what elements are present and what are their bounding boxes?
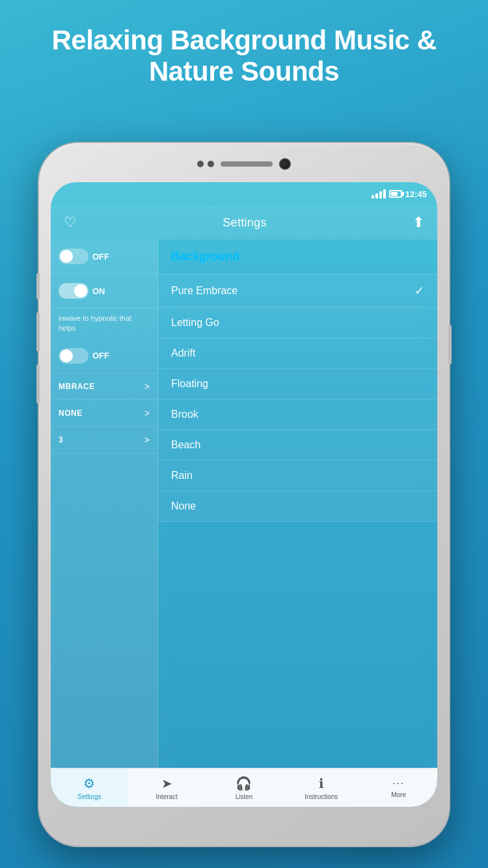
dropdown-item-text-5: Beach — [171, 439, 200, 451]
more-tab-label: More — [391, 791, 406, 798]
volume-up-button — [36, 312, 40, 351]
signal-bar-3 — [379, 191, 382, 198]
dropdown-item-0[interactable]: Pure Embrace ✓ — [158, 275, 437, 308]
signal-bar-1 — [372, 195, 374, 198]
tab-instructions[interactable]: ℹ Instructions — [282, 768, 360, 807]
signal-bar-4 — [383, 189, 386, 198]
speaker-grille — [221, 161, 273, 167]
chevron-icon-3: > — [144, 435, 150, 445]
dropdown-item-text-4: Brook — [171, 409, 198, 420]
dropdown-panel: Background Pure Embrace ✓ Letting Go Adr… — [158, 239, 437, 768]
toggle-thumb-2 — [74, 284, 87, 297]
dropdown-header: Background — [158, 239, 437, 275]
dropdown-item-text-7: None — [171, 500, 196, 512]
dropdown-header-text: Background — [171, 250, 239, 263]
toggle-3[interactable]: OFF — [59, 348, 109, 364]
app-header-text: Relaxing Background Music & Nature Sound… — [0, 0, 488, 101]
listen-tab-label: Listen — [236, 793, 253, 800]
dropdown-item-text-2: Adrift — [171, 347, 195, 359]
app-top-bar: ♡ Settings ⬆ — [51, 206, 437, 239]
toggle-row-2[interactable]: ON — [51, 274, 157, 308]
power-button — [448, 325, 452, 364]
toggle-row-3[interactable]: OFF — [51, 339, 157, 373]
instructions-tab-icon: ℹ — [319, 776, 324, 791]
signal-bar-2 — [375, 193, 378, 198]
mute-button — [36, 273, 40, 299]
toggle-thumb-3 — [60, 349, 73, 362]
dropdown-item-text-0: Pure Embrace — [171, 285, 237, 297]
toggle-row-1[interactable]: OFF — [51, 239, 157, 274]
tab-bar: ⚙ Settings ➤ Interact 🎧 Listen ℹ Instruc… — [51, 768, 437, 807]
signal-icon — [372, 189, 386, 198]
settings-tab-icon: ⚙ — [83, 776, 95, 791]
chevron-icon-2: > — [144, 408, 150, 418]
settings-panel: OFF ON inwave to hypnotic that helps — [51, 239, 158, 768]
camera-lens — [279, 158, 291, 170]
dropdown-item-text-3: Floating — [171, 378, 208, 390]
camera-dot-1 — [197, 161, 204, 167]
tab-more[interactable]: ··· More — [360, 768, 437, 807]
toggle-label-1: OFF — [92, 252, 109, 262]
tab-interact[interactable]: ➤ Interact — [128, 768, 206, 807]
dropdown-item-text-1: Letting Go — [171, 317, 219, 329]
status-time: 12:45 — [405, 189, 427, 199]
toggle-label-3: OFF — [92, 351, 109, 360]
dropdown-item-2[interactable]: Adrift — [158, 338, 437, 369]
status-right: 12:45 — [372, 189, 427, 199]
share-icon[interactable]: ⬆ — [413, 214, 424, 231]
volume-down-button — [36, 364, 40, 403]
toggle-1[interactable]: OFF — [59, 249, 109, 264]
tab-listen[interactable]: 🎧 Listen — [206, 768, 283, 807]
dropdown-item-text-6: Rain — [171, 470, 193, 481]
tab-settings[interactable]: ⚙ Settings — [51, 768, 128, 807]
description-text: inwave to hypnotic that helps — [51, 308, 157, 339]
nav-row-none[interactable]: NONE > — [51, 400, 157, 427]
dropdown-item-3[interactable]: Floating — [158, 369, 437, 400]
listen-tab-icon: 🎧 — [236, 776, 252, 791]
camera-dots — [197, 161, 214, 167]
phone-screen: 12:45 ♡ Settings ⬆ OFF — [51, 182, 437, 807]
status-bar: 12:45 — [51, 182, 437, 206]
checkmark-icon-0: ✓ — [414, 284, 424, 298]
nav-label-none: NONE — [59, 409, 83, 418]
nav-row-mbrace[interactable]: MBRACE > — [51, 373, 157, 400]
interact-tab-icon: ➤ — [161, 776, 172, 791]
more-tab-icon: ··· — [392, 778, 405, 789]
nav-row-3[interactable]: 3 > — [51, 427, 157, 454]
battery-icon — [389, 190, 402, 198]
app-title: Settings — [223, 216, 266, 230]
dropdown-item-1[interactable]: Letting Go — [158, 308, 437, 338]
battery-fill — [391, 192, 398, 196]
toggle-2[interactable]: ON — [59, 283, 105, 299]
camera-dot-2 — [208, 161, 214, 167]
dropdown-item-5[interactable]: Beach — [158, 430, 437, 461]
settings-tab-label: Settings — [77, 793, 101, 800]
toggle-thumb-1 — [60, 250, 73, 263]
toggle-label-2: ON — [92, 286, 105, 296]
phone-camera-area — [179, 155, 309, 173]
instructions-tab-label: Instructions — [305, 793, 338, 800]
nav-label-mbrace: MBRACE — [59, 382, 95, 391]
app-content: OFF ON inwave to hypnotic that helps — [51, 239, 437, 768]
nav-label-3: 3 — [59, 435, 63, 444]
toggle-track-3[interactable] — [59, 348, 88, 364]
heart-icon[interactable]: ♡ — [64, 214, 77, 231]
chevron-icon-1: > — [144, 381, 150, 392]
dropdown-item-6[interactable]: Rain — [158, 461, 437, 491]
dropdown-item-7[interactable]: None — [158, 491, 437, 522]
toggle-track-2[interactable] — [59, 283, 88, 299]
phone-device: 12:45 ♡ Settings ⬆ OFF — [39, 143, 449, 846]
dropdown-item-4[interactable]: Brook — [158, 400, 437, 430]
interact-tab-label: Interact — [156, 793, 178, 800]
toggle-track-1[interactable] — [59, 249, 88, 264]
